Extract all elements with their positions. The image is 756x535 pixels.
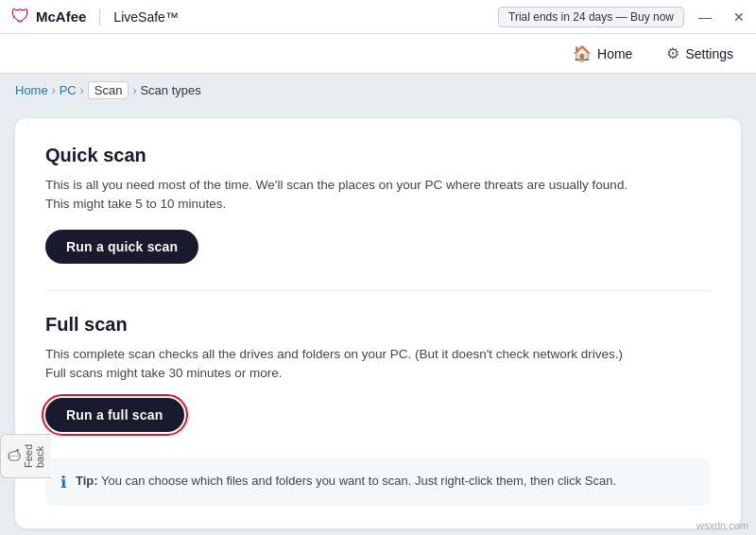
run-quick-scan-button[interactable]: Run a quick scan xyxy=(45,230,198,264)
feedback-label: Feedback xyxy=(23,444,45,468)
home-icon: 🏠 xyxy=(573,44,592,62)
tip-prefix: Tip: xyxy=(76,474,98,488)
product-name: LiveSafe™ xyxy=(113,9,178,25)
tip-text: Tip: You can choose which files and fold… xyxy=(76,472,616,491)
breadcrumb-home[interactable]: Home xyxy=(15,83,48,97)
full-scan-title: Full scan xyxy=(45,314,711,336)
mcafee-logo: 🛡 McAfee xyxy=(11,6,86,27)
minimize-button[interactable]: — xyxy=(688,0,722,34)
trial-banner[interactable]: Trial ends in 24 days — Buy now xyxy=(498,7,684,27)
close-button[interactable]: ✕ xyxy=(722,0,756,34)
section-divider xyxy=(45,290,711,291)
logo-divider xyxy=(99,9,100,26)
nav-bar: 🏠 Home ⚙ Settings xyxy=(0,34,756,74)
watermark: wsxdn.com xyxy=(696,520,748,531)
quick-scan-title: Quick scan xyxy=(45,145,711,166)
quick-scan-section: Quick scan This is all you need most of … xyxy=(45,145,711,264)
brand-name: McAfee xyxy=(36,9,86,25)
home-nav-item[interactable]: 🏠 Home xyxy=(565,41,640,66)
breadcrumb-scan-types: Scan types xyxy=(140,83,200,97)
breadcrumb: Home › PC › Scan › Scan types xyxy=(0,74,756,107)
home-nav-label: Home xyxy=(597,46,632,61)
breadcrumb-sep-1: › xyxy=(52,84,56,97)
title-bar-right: Trial ends in 24 days — Buy now — ✕ xyxy=(498,0,756,34)
scan-card: Quick scan This is all you need most of … xyxy=(15,118,741,528)
run-full-scan-button[interactable]: Run a full scan xyxy=(45,398,184,432)
mcafee-shield-icon: 🛡 xyxy=(11,6,30,27)
title-bar: 🛡 McAfee LiveSafe™ Trial ends in 24 days… xyxy=(0,0,756,34)
breadcrumb-pc[interactable]: PC xyxy=(60,83,77,97)
settings-icon: ⚙ xyxy=(666,44,679,62)
main-content: Quick scan This is all you need most of … xyxy=(0,107,756,535)
tip-box: ℹ Tip: You can choose which files and fo… xyxy=(45,458,711,506)
info-icon: ℹ xyxy=(60,473,66,492)
breadcrumb-sep-3: › xyxy=(132,84,136,97)
settings-nav-item[interactable]: ⚙ Settings xyxy=(659,41,741,66)
quick-scan-description: This is all you need most of the time. W… xyxy=(45,176,711,215)
full-scan-description: This complete scan checks all the drives… xyxy=(45,345,711,384)
title-bar-left: 🛡 McAfee LiveSafe™ xyxy=(11,6,179,27)
breadcrumb-scan[interactable]: Scan xyxy=(88,81,129,99)
settings-nav-label: Settings xyxy=(685,46,733,61)
full-scan-section: Full scan This complete scan checks all … xyxy=(45,314,711,433)
tip-body: You can choose which files and folders y… xyxy=(98,474,616,488)
feedback-icon: 💬 xyxy=(7,450,19,462)
breadcrumb-sep-2: › xyxy=(80,84,84,97)
feedback-tab[interactable]: 💬 Feedback xyxy=(0,434,51,478)
